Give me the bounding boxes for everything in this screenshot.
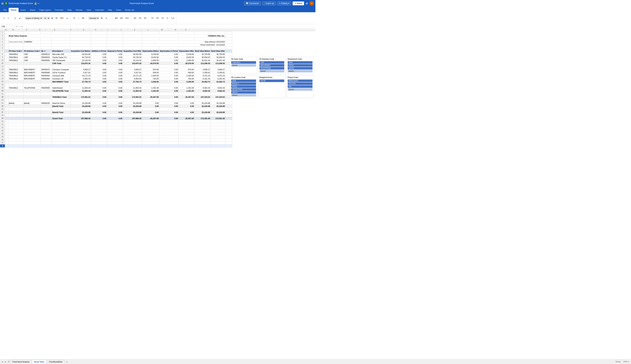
- filter-fa-subclass-code: FA Subclass Code CAR MACHINERY TELEPHONE…: [258, 57, 285, 74]
- table-row: 35: [0, 135, 232, 138]
- font-size-select[interactable]: 11: [43, 17, 50, 20]
- table-row[interactable]: 24 [blank] [blank] FA000100 Asset for De…: [0, 102, 232, 105]
- insert-function-button[interactable]: fx: [21, 26, 24, 28]
- filter-item-sales-dept[interactable]: SALES: [288, 67, 312, 70]
- tab-home[interactable]: Home: [9, 8, 18, 12]
- tab-help[interactable]: Help: [106, 8, 114, 12]
- insert-cells-button[interactable]: ⊕▾: [133, 17, 137, 20]
- number-format-select[interactable]: General: [88, 17, 99, 20]
- filter-item-sales-loc[interactable]: SALES: [231, 91, 256, 94]
- format-painter-button[interactable]: 🖌: [18, 17, 22, 20]
- filter-item-blank-class[interactable]: (blank): [231, 64, 256, 66]
- filter-item-prod-dept[interactable]: PROD: [288, 64, 312, 66]
- filter-item-reception-loc[interactable]: RECEPTION: [231, 88, 256, 91]
- tab-insert[interactable]: Insert: [19, 8, 28, 12]
- filter-fa-subclass-title: FA Subclass Code: [259, 58, 284, 60]
- col-header-no[interactable]: No. ▾: [41, 50, 52, 53]
- confirm-formula-button[interactable]: ✓: [18, 25, 21, 28]
- filter-item-toyota[interactable]: TOYOTA: [288, 82, 312, 85]
- table-row[interactable]: 15 TANGIBLE MACHINERY FA000050 Conveyor …: [0, 74, 232, 77]
- filter-item-adm-dept[interactable]: ADM: [288, 61, 312, 64]
- grand-total-row: 29 Grand Total 197,808.40 0.00 0.00 197,…: [0, 117, 232, 120]
- fill-color-button[interactable]: 🎨▾: [59, 17, 65, 20]
- tab-review[interactable]: Review: [74, 8, 85, 12]
- tab-automate[interactable]: Automate: [93, 8, 106, 12]
- grid-icon[interactable]: ⊞: [1, 2, 4, 5]
- undo-button[interactable]: ↩: [3, 17, 6, 20]
- table-row[interactable]: 16 TANGIBLE MACHINERY FA000060 Conveyor …: [0, 77, 232, 80]
- filter-item-prod-loc[interactable]: PROD: [231, 85, 256, 88]
- font-color-button[interactable]: A▾: [55, 17, 59, 20]
- col-header-acq-after: Acquisition Cost After: [123, 50, 142, 53]
- col-header-desc[interactable]: Description ▾: [52, 50, 71, 53]
- filter-item-adm-loc[interactable]: ADM: [231, 80, 256, 82]
- merge-button[interactable]: ⊞▾: [81, 17, 85, 20]
- cell-styles-button[interactable]: Aa▾: [124, 17, 130, 20]
- filter-item-blank-loc[interactable]: (blank): [231, 94, 256, 96]
- settings-button[interactable]: ⚙: [305, 2, 308, 5]
- wrap-button[interactable]: ⤸: [77, 17, 80, 20]
- share-button[interactable]: ↗ Share: [292, 1, 304, 6]
- col-header-fa-subclass[interactable]: FA Subclass Code ▾: [23, 50, 41, 53]
- editing-button[interactable]: ✏ Editing ▾: [277, 1, 291, 6]
- catchup-label: Catch up: [266, 2, 274, 4]
- find-button[interactable]: 🔍▾: [170, 17, 175, 20]
- clipboard-button[interactable]: 📋: [13, 17, 17, 20]
- table-row[interactable]: 14 TANGIBLE MACHINERY FA000080 Lift for …: [0, 71, 232, 74]
- filter-item-false[interactable]: FALSE: [259, 80, 284, 82]
- clear-button[interactable]: ✕▾: [160, 17, 165, 20]
- editing-label: Editing: [281, 2, 288, 4]
- table-row[interactable]: 9 TANGIBLE CAR FA000020 Toyota Supra 3.0…: [0, 56, 232, 59]
- filter-item-blank-subclass[interactable]: (blank): [259, 70, 284, 72]
- share-icon: ↗: [294, 2, 296, 4]
- tab-view[interactable]: View: [85, 8, 93, 12]
- table-row[interactable]: 13 TANGIBLE MACHINERY FA000070 Conveyor …: [0, 68, 232, 71]
- filter-item-build2-loc[interactable]: BUILD 2: [231, 82, 256, 85]
- catchup-button[interactable]: ↑ Catch up: [262, 1, 276, 6]
- sort-button[interactable]: ↕▾: [165, 17, 169, 20]
- filter-item-blank-proj[interactable]: (blank): [288, 88, 312, 91]
- save-icon[interactable]: 💾: [34, 2, 37, 5]
- bold-button[interactable]: B: [51, 17, 54, 20]
- filter-item-machinery[interactable]: MACHINERY: [259, 64, 284, 66]
- table-row[interactable]: 10 TANGIBLE CAR FA000030 VW Transporter …: [0, 59, 232, 62]
- conditional-format-button[interactable]: ▤▾: [114, 17, 119, 20]
- table-row[interactable]: 19 TANGIBLE TELEPHONE FA000090 Switchboa…: [0, 86, 232, 90]
- sum-button[interactable]: Σ▾: [150, 17, 155, 20]
- share-label: Share: [297, 2, 302, 4]
- align-button[interactable]: ≡▾: [72, 17, 76, 20]
- formula-input[interactable]: [24, 25, 315, 28]
- undo-icon[interactable]: ↩: [38, 2, 40, 5]
- currency-button[interactable]: $▾: [100, 17, 104, 20]
- filter-item-car[interactable]: CAR: [259, 61, 284, 64]
- tab-file[interactable]: File: [1, 8, 9, 12]
- percent-button[interactable]: %: [104, 17, 108, 20]
- format-as-table-button[interactable]: ⊞▾: [119, 17, 124, 20]
- table-row[interactable]: 8 TANGIBLE CAR FA000010 Mercedes 300 46,…: [0, 53, 232, 56]
- user-avatar[interactable]: U: [309, 1, 314, 6]
- filter-item-blank-dept[interactable]: (blank): [288, 70, 312, 72]
- tab-page-layout[interactable]: Page Layout: [37, 8, 53, 12]
- format-cells-button[interactable]: ⊟▾: [143, 17, 148, 20]
- filter-item-telephone[interactable]: TELEPHONE: [259, 67, 284, 70]
- cancel-formula-button[interactable]: ✕: [15, 25, 18, 28]
- filter-item-tangible[interactable]: TANGIBLE: [231, 61, 256, 64]
- filter-fa-location-code: FA Location Code ADM BUILD 2 PROD RECEPT…: [230, 75, 257, 98]
- font-family-select[interactable]: Segoe UI (Body): [25, 17, 43, 20]
- delete-cells-button[interactable]: ⊖▾: [138, 17, 142, 20]
- tab-formulas[interactable]: Formulas: [53, 8, 65, 12]
- filter-item-vw[interactable]: VW: [288, 85, 312, 88]
- col-header-bv-after: Book Value After: [211, 50, 225, 53]
- more-font-button[interactable]: •••: [65, 17, 69, 20]
- cell-reference-input[interactable]: [1, 25, 13, 28]
- tab-script-lab[interactable]: Script Lab: [123, 8, 136, 12]
- col-header-fa-class[interactable]: FA Class Code ▾: [8, 50, 24, 53]
- fill-button[interactable]: ⬇▾: [155, 17, 160, 20]
- comments-button[interactable]: 💬 Comments: [244, 1, 261, 6]
- filter-item-mercedes[interactable]: MERCEDES: [288, 80, 312, 82]
- comma-button[interactable]: ,: [109, 17, 111, 20]
- tab-data[interactable]: Data: [65, 8, 74, 12]
- tab-share[interactable]: Share: [28, 8, 37, 12]
- redo-button[interactable]: ↪: [7, 17, 10, 20]
- tab-draw[interactable]: Draw: [114, 8, 123, 12]
